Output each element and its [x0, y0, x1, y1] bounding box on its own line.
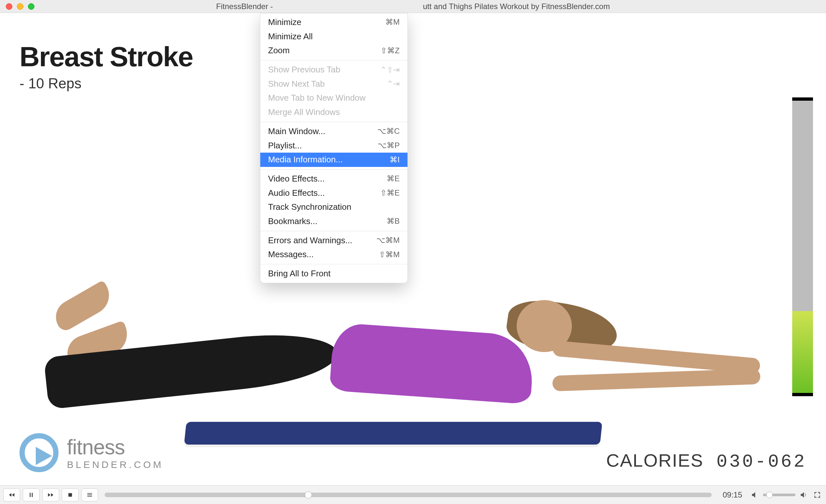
menu-item-shortcut: ⌥⌘C	[377, 126, 400, 137]
menu-item-label: Errors and Warnings...	[268, 235, 352, 247]
stop-button[interactable]	[62, 488, 79, 501]
menu-item-label: Minimize All	[268, 30, 312, 43]
traffic-lights	[0, 3, 35, 10]
pause-icon	[27, 491, 35, 499]
menu-item-zoom[interactable]: Zoom⇧⌘Z	[260, 44, 408, 58]
intensity-bar	[792, 98, 813, 396]
volume-thumb[interactable]	[766, 492, 773, 498]
skip-back-button[interactable]	[3, 488, 20, 501]
menu-item-label: Minimize	[268, 16, 302, 28]
menu-item-label: Audio Effects...	[268, 187, 324, 199]
menu-item-label: Bookmarks...	[268, 215, 317, 228]
brand-line2: BLENDER.COM	[67, 459, 164, 470]
exercise-name: Breast Stroke	[19, 41, 193, 73]
menu-item-label: Track Synchronization	[268, 201, 351, 213]
stop-icon	[67, 491, 74, 499]
menu-item-shortcut: ⌃⇧⇥	[380, 64, 400, 76]
menu-item-shortcut: ⇧⌘Z	[380, 45, 400, 57]
menu-item-shortcut: ⌥⌘P	[377, 140, 400, 151]
window-title-right: utt and Thighs Pilates Workout by Fitnes…	[423, 2, 610, 11]
menu-item-messages[interactable]: Messages...⇧⌘M	[260, 247, 408, 262]
menu-item-merge-all-windows: Merge All Windows	[260, 105, 408, 120]
menu-item-playlist[interactable]: Playlist...⌥⌘P	[260, 139, 408, 153]
window-title-left: FitnessBlender -	[216, 2, 275, 11]
menu-separator	[260, 122, 408, 122]
menu-item-bring-all-to-front[interactable]: Bring All to Front	[260, 267, 408, 281]
svg-rect-0	[69, 493, 72, 497]
menu-item-shortcut: ⇧⌘M	[379, 249, 400, 260]
menu-item-show-next-tab: Show Next Tab⌃⇥	[260, 77, 408, 91]
menu-item-shortcut: ⌘E	[387, 173, 400, 184]
intensity-fill	[792, 311, 813, 393]
menu-item-label: Merge All Windows	[268, 106, 340, 119]
menu-item-label: Playlist...	[268, 140, 302, 152]
volume-slider[interactable]	[763, 494, 795, 496]
menu-item-label: Media Information...	[268, 153, 343, 166]
volume-low-icon[interactable]	[749, 489, 760, 500]
menu-item-main-window[interactable]: Main Window...⌥⌘C	[260, 124, 408, 139]
calories-label: CALORIES	[606, 450, 704, 471]
menu-item-minimize[interactable]: Minimize⌘M	[260, 15, 408, 29]
menu-separator	[260, 60, 408, 60]
elapsed-time: 09:15	[723, 490, 742, 499]
menu-item-shortcut: ⌥⌘M	[376, 235, 400, 246]
menu-item-video-effects[interactable]: Video Effects...⌘E	[260, 172, 408, 186]
brand-logo-icon	[19, 433, 58, 472]
exercise-reps: - 10 Reps	[19, 75, 193, 91]
menu-item-minimize-all[interactable]: Minimize All	[260, 29, 408, 44]
zoom-window-button[interactable]	[28, 3, 35, 10]
menu-item-label: Zoom	[268, 45, 290, 57]
menu-item-media-information[interactable]: Media Information...⌘I	[260, 152, 408, 167]
menu-item-label: Messages...	[268, 248, 313, 261]
video-playback-area[interactable]: Breast Stroke - 10 Reps CALORIES 030-062…	[0, 13, 826, 485]
menu-separator	[260, 264, 408, 264]
seek-thumb[interactable]	[305, 491, 312, 499]
menu-item-shortcut: ⌘B	[387, 215, 400, 227]
menu-item-label: Main Window...	[268, 125, 325, 138]
menu-item-label: Show Next Tab	[268, 78, 324, 90]
menu-item-move-tab-to-new-window: Move Tab to New Window	[260, 91, 408, 105]
close-window-button[interactable]	[6, 3, 12, 10]
minimize-window-button[interactable]	[17, 3, 23, 10]
exercise-mat	[184, 422, 602, 445]
menu-item-show-previous-tab: Show Previous Tab⌃⇧⇥	[260, 63, 408, 77]
calories-value: 030-062	[716, 451, 807, 472]
menu-item-shortcut: ⌘M	[386, 16, 400, 28]
fullscreen-button[interactable]	[812, 489, 823, 500]
menu-separator	[260, 231, 408, 231]
window-title-bar: FitnessBlender - utt and Thighs Pilates …	[0, 0, 826, 13]
menu-item-label: Video Effects...	[268, 173, 324, 185]
menu-item-shortcut: ⌘I	[390, 154, 400, 166]
menu-item-errors-and-warnings[interactable]: Errors and Warnings...⌥⌘M	[260, 234, 408, 248]
menu-item-track-synchronization[interactable]: Track Synchronization	[260, 200, 408, 214]
volume-high-icon[interactable]	[798, 489, 809, 500]
menu-item-label: Show Previous Tab	[268, 64, 340, 76]
skip-forward-button[interactable]	[42, 488, 59, 501]
pause-button[interactable]	[23, 488, 40, 501]
window-menu-dropdown[interactable]: Minimize⌘MMinimize AllZoom⇧⌘ZShow Previo…	[260, 13, 408, 283]
brand-line1: fitness	[67, 435, 164, 459]
skip-back-icon	[8, 491, 15, 499]
brand-watermark: fitness BLENDER.COM	[19, 433, 164, 472]
skip-forward-icon	[47, 491, 54, 499]
menu-item-label: Move Tab to New Window	[268, 92, 365, 104]
player-controls: 09:15	[0, 485, 826, 504]
menu-item-shortcut: ⌃⇥	[387, 78, 400, 89]
playlist-button[interactable]	[81, 488, 98, 501]
exercise-overlay: Breast Stroke - 10 Reps	[19, 41, 193, 91]
list-icon	[86, 491, 93, 499]
calories-readout: CALORIES 030-062	[606, 450, 807, 472]
menu-separator	[260, 169, 408, 170]
menu-item-shortcut: ⇧⌘E	[380, 187, 400, 199]
menu-item-audio-effects[interactable]: Audio Effects...⇧⌘E	[260, 186, 408, 200]
menu-item-label: Bring All to Front	[268, 268, 331, 280]
seek-slider[interactable]	[105, 493, 712, 497]
menu-item-bookmarks[interactable]: Bookmarks...⌘B	[260, 214, 408, 229]
window-title: FitnessBlender - utt and Thighs Pilates …	[0, 2, 826, 11]
